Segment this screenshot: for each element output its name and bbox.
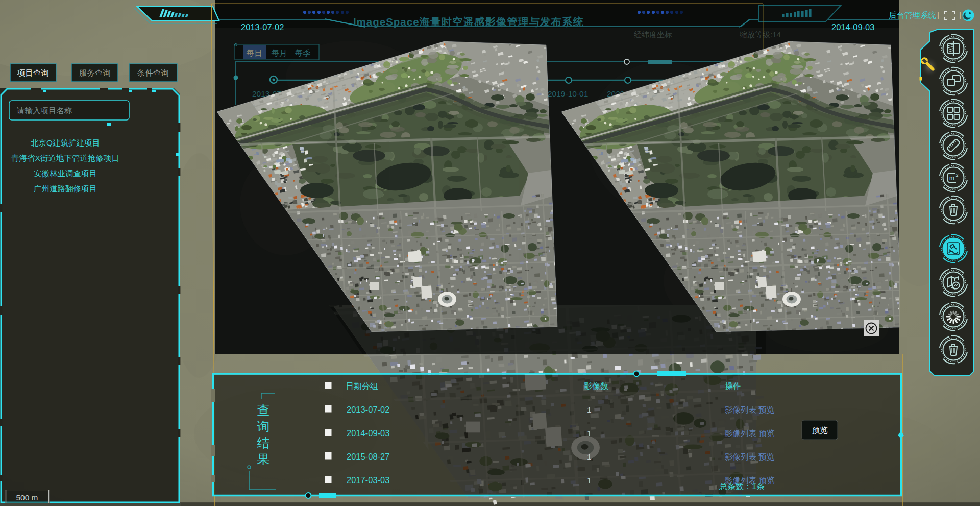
- svg-text:2014-09-03: 2014-09-03: [831, 22, 874, 32]
- svg-text:预览: 预览: [812, 426, 828, 435]
- svg-text:青海省X街道地下管道抢修项目: 青海省X街道地下管道抢修项目: [11, 154, 119, 162]
- svg-text:1: 1: [587, 476, 592, 485]
- svg-text:1: 1: [587, 405, 592, 414]
- svg-text:|: |: [959, 11, 961, 19]
- svg-text:请输入项目名称: 请输入项目名称: [16, 106, 72, 115]
- svg-text:查: 查: [257, 403, 270, 417]
- svg-text:后台管理系统: 后台管理系统: [889, 11, 937, 19]
- svg-text:广州道路翻修项目: 广州道路翻修项目: [34, 184, 97, 193]
- svg-text:每日: 每日: [247, 49, 262, 57]
- svg-text:500 m: 500 m: [16, 493, 38, 502]
- svg-text:每月: 每月: [272, 49, 287, 57]
- svg-text:影像列表 预览: 影像列表 预览: [725, 452, 775, 461]
- svg-text:项目查询: 项目查询: [17, 68, 49, 77]
- svg-text:总条数：1条: 总条数：1条: [719, 482, 765, 491]
- svg-text:2013-07-02: 2013-07-02: [347, 405, 389, 414]
- svg-text:缩放等级:14: 缩放等级:14: [740, 30, 781, 39]
- svg-text:果: 果: [257, 452, 270, 466]
- svg-text:1: 1: [587, 452, 592, 461]
- svg-text:2013-07-02: 2013-07-02: [241, 22, 284, 32]
- svg-text:m: m: [949, 175, 954, 182]
- svg-text:影像数: 影像数: [584, 382, 608, 391]
- svg-text:ImageSpace海量时空遥感影像管理与发布系统: ImageSpace海量时空遥感影像管理与发布系统: [353, 16, 584, 28]
- svg-text:2015-08-27: 2015-08-27: [347, 452, 389, 461]
- svg-text:1: 1: [587, 429, 592, 438]
- svg-text:2017-03-03: 2017-03-03: [347, 475, 389, 485]
- svg-text:经纬度坐标: 经纬度坐标: [634, 30, 672, 39]
- svg-text:北京Q建筑扩建项目: 北京Q建筑扩建项目: [31, 138, 100, 147]
- svg-text:2019-10-01: 2019-10-01: [548, 89, 588, 98]
- svg-text:影像列表 预览: 影像列表 预览: [725, 405, 775, 414]
- svg-text:询: 询: [257, 419, 270, 433]
- svg-text:每季: 每季: [295, 49, 311, 57]
- svg-text:服务查询: 服务查询: [79, 68, 111, 77]
- svg-text:结: 结: [257, 436, 270, 450]
- svg-text:条件查询: 条件查询: [137, 68, 169, 77]
- svg-text:2: 2: [955, 173, 958, 178]
- svg-text:|: |: [937, 11, 939, 19]
- svg-text:影像列表 预览: 影像列表 预览: [725, 429, 775, 438]
- svg-text:日期分组: 日期分组: [346, 382, 378, 391]
- svg-text:安徽林业调查项目: 安徽林业调查项目: [34, 169, 97, 178]
- svg-text:操作: 操作: [725, 382, 741, 391]
- svg-text:2014-09-03: 2014-09-03: [347, 428, 389, 438]
